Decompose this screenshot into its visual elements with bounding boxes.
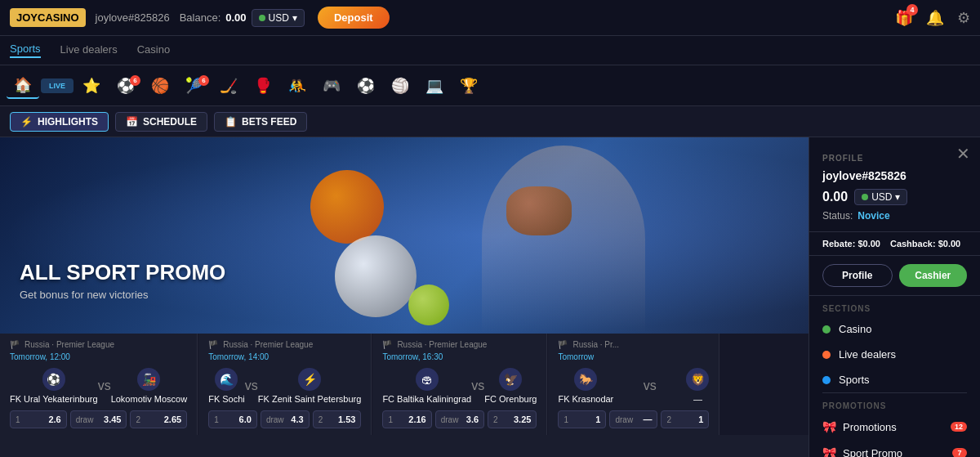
team1-name-0: FK Ural Yekaterinburg [10,394,98,404]
sport-promo-icon: 🎀 [822,446,836,457]
settings-icon[interactable]: ⚙ [957,9,970,27]
sections-label: SECTIONS [809,296,980,316]
currency-selector[interactable]: USD ▾ [252,9,305,27]
odd-btn-3-2[interactable]: 2 1 [661,410,709,428]
odd-btn-1-0[interactable]: 1 6.0 [208,410,257,428]
match-teams-1: 🌊 FK Sochi vs ⚡ FK Zenit Saint Petersbur… [208,368,361,404]
sport-promo-left: 🎀 Sport Promo [822,446,902,457]
league-name-3: Russia · Pr... [572,340,619,349]
team1-name-3: FK Krasnodar [558,394,613,404]
odd-btn-2-1[interactable]: draw 3.6 [435,410,484,428]
sport-icon-home[interactable]: 🏠 [7,73,39,99]
highlights-button[interactable]: ⚡ HIGHLIGHTS [10,112,109,132]
status-value: Novice [858,210,889,222]
cashback-value: $0.00 [938,239,961,249]
team1-name-2: FC Baltika Kaliningrad [382,394,471,404]
schedule-button[interactable]: 📅 SCHEDULE [115,112,207,132]
flag-icon-1: 🏴 [208,340,218,349]
panel-currency-selector[interactable]: USD ▾ [854,189,907,205]
sport-icon-more[interactable]: 🏆 [452,74,485,98]
sport-promo-item[interactable]: 🎀 Sport Promo 7 [809,440,980,457]
odd-btn-3-1[interactable]: draw — [609,410,657,428]
sport-icon-live[interactable]: LIVE [41,78,74,93]
section-live-dealers[interactable]: Live dealers [809,342,980,367]
boxing-icon: 🥊 [254,77,272,95]
sport-icon-basketball[interactable]: 🏀 [144,74,176,98]
bets-feed-button[interactable]: 📋 BETS FEED [214,112,307,132]
close-icon[interactable]: ✕ [956,144,970,164]
top-navigation: JOYCASINO joylove#825826 Balance: 0.00 U… [0,0,980,36]
sport-icon-esports[interactable]: 🎮 [315,74,348,98]
team2-name-1: FK Zenit Saint Petersburg [258,394,362,404]
bell-icon[interactable]: 🔔 [926,9,944,27]
panel-chevron-icon: ▾ [895,191,900,203]
match-odds-3: 1 1 draw — 2 1 [558,410,709,428]
gift-icon[interactable]: 🎁 4 [895,9,913,27]
matches-scroll: 🏴 Russia · Premier League Tomorrow, 12:0… [0,334,808,435]
sport-icon-soccer2[interactable]: ⚽ [350,74,382,98]
promotions-badge: 12 [951,422,967,432]
sport-icon-mma[interactable]: 🤼 [281,74,314,98]
section-sports[interactable]: Sports [809,367,980,392]
tennis-badge: 6 [198,75,209,86]
currency-label: USD [269,12,289,24]
hero-banner[interactable]: ALL SPORT PROMO Get bonus for new victor… [0,137,808,334]
odd-btn-3-0[interactable]: 1 1 [558,410,606,428]
section-casino-label: Casino [839,323,871,335]
sports-dot [822,376,831,384]
deposit-button[interactable]: Deposit [318,7,390,29]
vs-separator-0: vs [98,379,111,393]
odd-btn-0-1[interactable]: draw 3.45 [70,410,127,428]
team2-logo-2: 🦅 [499,368,522,391]
sport-icon-boxing[interactable]: 🥊 [247,74,279,98]
balance-label: Balance: [180,11,221,24]
profile-cashier-row: Profile Cashier [809,256,980,296]
tab-casino[interactable]: Casino [137,43,170,57]
cashback-item: Cashback: $0.00 [890,239,960,249]
sport-icon-hockey[interactable]: 🏒 [212,74,245,98]
brand-logo[interactable]: JOYCASINO [10,8,86,27]
match-teams-3: 🐎 FK Krasnodar vs 🦁 — [558,368,709,404]
center-area: ALL SPORT PROMO Get bonus for new victor… [0,137,808,457]
tab-live-dealers[interactable]: Live dealers [60,43,118,57]
sport-icon-football[interactable]: 6 ⚽ [109,74,142,98]
promotions-item[interactable]: 🎀 Promotions 12 [809,414,980,440]
odd-btn-1-2[interactable]: 2 1.53 [313,410,362,428]
odd-btn-2-0[interactable]: 1 2.16 [382,410,431,428]
casino-dot [822,325,831,334]
section-casino[interactable]: Casino [809,316,980,342]
sport-icon-cyber[interactable]: 💻 [418,74,451,98]
promotions-section-label: PROMOTIONS [809,393,980,414]
match-odds-2: 1 2.16 draw 3.6 2 3.25 [382,410,537,428]
sport-icon-volleyball[interactable]: 🏐 [384,74,416,98]
match-time-1: Tomorrow, 14:00 [208,352,361,361]
odd-btn-0-2[interactable]: 2 2.65 [130,410,187,428]
panel-currency-dot [862,194,868,200]
vs-separator-3: vs [644,379,657,393]
match-card-0: 🏴 Russia · Premier League Tomorrow, 12:0… [0,334,198,435]
balance-area: Balance: 0.00 USD ▾ [180,9,305,27]
home-icon: 🏠 [14,76,32,94]
section-live-dealers-label: Live dealers [839,348,896,361]
odd-label-0-1: draw [76,415,94,424]
currency-dot [259,15,265,21]
team1-logo-2: 🏟 [416,368,439,391]
team2-logo-0: 🚂 [137,368,160,391]
tab-sports[interactable]: Sports [10,43,41,58]
sport-icon-tennis[interactable]: 6 🎾 [178,74,211,98]
user-id[interactable]: joylove#825826 [96,11,170,24]
odd-btn-2-2[interactable]: 2 3.25 [488,410,537,428]
promotions-icon: 🎀 [822,420,836,433]
odd-btn-1-1[interactable]: draw 4.3 [261,410,310,428]
cashier-button[interactable]: Cashier [899,264,968,287]
sport-icon-favorites[interactable]: ⭐ [75,74,108,98]
basketball-decoration [310,170,384,244]
highlights-label: HIGHLIGHTS [38,116,98,128]
odd-btn-0-0[interactable]: 1 2.6 [10,410,67,428]
profile-button[interactable]: Profile [822,264,893,287]
matches-section: 🏴 Russia · Premier League Tomorrow, 12:0… [0,334,808,435]
schedule-icon: 📅 [126,116,138,128]
team1-logo-3: 🐎 [574,368,597,391]
panel-username: joylove#825826 [822,169,967,182]
match-odds-0: 1 2.6 draw 3.45 2 2.65 [10,410,187,428]
